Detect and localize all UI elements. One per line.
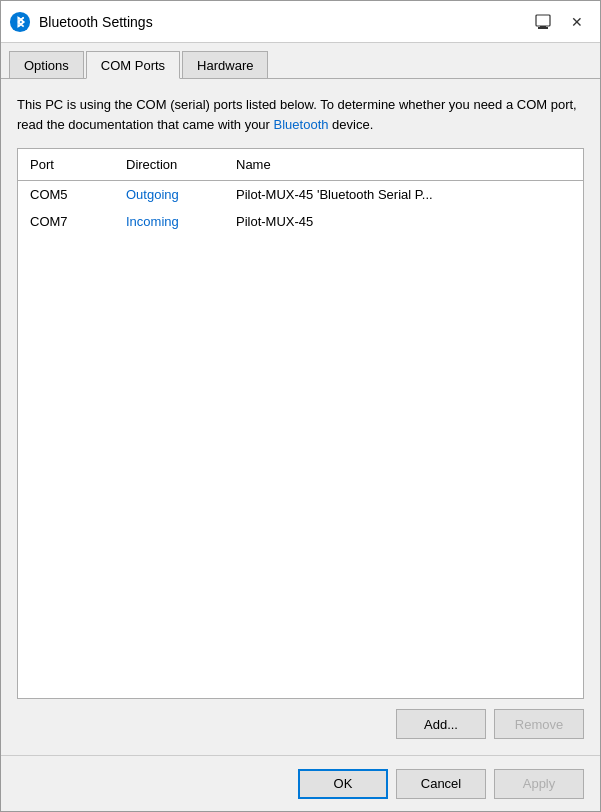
action-row: Add... Remove <box>17 709 584 739</box>
tab-com-ports[interactable]: COM Ports <box>86 51 180 79</box>
table-body: COM5 Outgoing Pilot-MUX-45 'Bluetooth Se… <box>18 181 583 698</box>
device-icon <box>535 14 551 30</box>
close-button[interactable]: ✕ <box>562 8 592 36</box>
remove-button[interactable]: Remove <box>494 709 584 739</box>
table-row[interactable]: COM5 Outgoing Pilot-MUX-45 'Bluetooth Se… <box>18 181 583 208</box>
info-text: This PC is using the COM (serial) ports … <box>17 95 584 134</box>
column-header-direction: Direction <box>118 153 228 176</box>
window-title: Bluetooth Settings <box>39 14 528 30</box>
cell-name-1: Pilot-MUX-45 <box>228 210 583 233</box>
cell-name-main-0: Pilot-MUX-45 <box>236 187 313 202</box>
add-button[interactable]: Add... <box>396 709 486 739</box>
tab-bar: Options COM Ports Hardware <box>1 43 600 79</box>
com-ports-table: Port Direction Name COM5 Outgoing Pilot-… <box>17 148 584 699</box>
main-window: Bluetooth Settings ✕ Options COM Ports H… <box>0 0 601 812</box>
svg-rect-3 <box>536 15 550 26</box>
column-header-name: Name <box>228 153 583 176</box>
cancel-button[interactable]: Cancel <box>396 769 486 799</box>
cell-name-0: Pilot-MUX-45 'Bluetooth Serial P... <box>228 183 583 206</box>
cell-name-extra-0: 'Bluetooth Serial P... <box>317 187 433 202</box>
table-row[interactable]: COM7 Incoming Pilot-MUX-45 <box>18 208 583 235</box>
bluetooth-icon <box>9 11 31 33</box>
ok-button[interactable]: OK <box>298 769 388 799</box>
cell-name-main-1: Pilot-MUX-45 <box>236 214 313 229</box>
info-text-after: device. <box>328 117 373 132</box>
content-area: This PC is using the COM (serial) ports … <box>1 79 600 755</box>
cell-port-1: COM7 <box>18 210 118 233</box>
svg-rect-4 <box>538 27 548 29</box>
tab-hardware[interactable]: Hardware <box>182 51 268 79</box>
tab-options[interactable]: Options <box>9 51 84 79</box>
bottom-bar: OK Cancel Apply <box>1 755 600 811</box>
device-manager-button[interactable] <box>528 8 558 36</box>
svg-point-0 <box>10 11 30 31</box>
column-header-port: Port <box>18 153 118 176</box>
cell-direction-0: Outgoing <box>118 183 228 206</box>
title-bar: Bluetooth Settings ✕ <box>1 1 600 43</box>
table-header: Port Direction Name <box>18 149 583 181</box>
cell-port-0: COM5 <box>18 183 118 206</box>
apply-button[interactable]: Apply <box>494 769 584 799</box>
title-bar-controls: ✕ <box>528 8 592 36</box>
svg-rect-5 <box>540 26 546 27</box>
cell-direction-1: Incoming <box>118 210 228 233</box>
bluetooth-link[interactable]: Bluetooth <box>274 117 329 132</box>
